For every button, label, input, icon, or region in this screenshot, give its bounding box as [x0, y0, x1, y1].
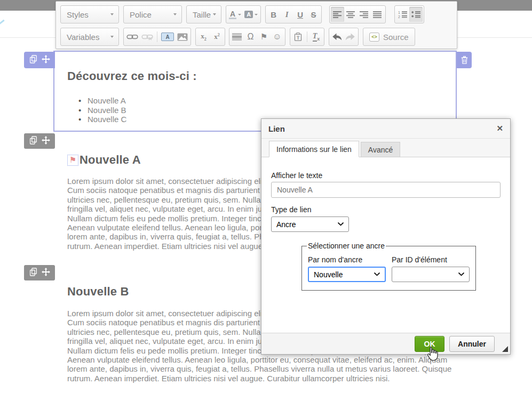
mouse-cursor-hand	[425, 346, 439, 364]
move-block-button[interactable]	[42, 136, 50, 147]
background-color-icon: A	[244, 11, 253, 18]
horizontal-rule-icon	[232, 33, 242, 41]
copy-icon	[29, 55, 37, 63]
align-left-button[interactable]	[331, 7, 344, 22]
bulleted-list-icon	[411, 11, 421, 18]
copy-block-button[interactable]	[29, 55, 37, 66]
smiley-icon: ☺	[273, 32, 281, 42]
superscript-icon: x2	[214, 33, 220, 41]
trash-icon	[461, 56, 468, 64]
text-color-button[interactable]: A	[227, 7, 243, 22]
strikethrough-button[interactable]: S	[307, 7, 320, 22]
align-left-icon	[333, 11, 342, 18]
link-button[interactable]	[125, 29, 140, 44]
tab-link-info[interactable]: Informations sur le lien	[269, 141, 359, 157]
basicstyles-group: B I U S	[265, 5, 322, 23]
font-combo-label: Police	[130, 10, 152, 19]
source-button-label: Source	[383, 33, 409, 42]
anchor-id-field: Par ID d'élément	[392, 255, 470, 282]
dialog-body: Afficher le texte Nouvelle A Type de lie…	[261, 157, 510, 291]
anchor-id-select[interactable]	[392, 267, 470, 282]
bold-button[interactable]: B	[267, 7, 280, 22]
size-combo-label: Taille	[193, 10, 211, 19]
redo-arrow-icon	[345, 33, 355, 41]
copy-block-button[interactable]	[29, 136, 37, 147]
move-block-button[interactable]	[42, 55, 50, 66]
source-button[interactable]: <> Source	[363, 28, 415, 46]
move-icon	[42, 268, 50, 276]
styles-combo[interactable]: Styles	[60, 5, 119, 23]
align-justify-icon	[373, 11, 382, 18]
anchor-name-select[interactable]: Nouvelle	[308, 267, 386, 282]
tab-advanced[interactable]: Avancé	[361, 142, 400, 157]
cancel-button[interactable]: Annuler	[449, 336, 495, 352]
block3-heading[interactable]: Nouvelle B	[67, 285, 129, 299]
display-text-input[interactable]: Nouvelle A	[271, 182, 501, 198]
paste-text-button[interactable]: T	[291, 29, 305, 44]
svg-text:T: T	[297, 35, 300, 41]
chevron-down-icon	[110, 13, 114, 15]
list-item[interactable]: Nouvelle B	[77, 106, 126, 115]
dialog-titlebar[interactable]: Lien ✕	[261, 119, 510, 139]
toolbar-row-2: Variables A x2 x2	[60, 27, 452, 47]
display-text-label: Afficher le texte	[271, 171, 501, 180]
underline-button[interactable]: U	[293, 7, 307, 22]
size-combo[interactable]: Taille	[186, 5, 221, 23]
anchor-flag-icon[interactable]: ⚑	[67, 155, 78, 166]
special-character-button[interactable]: Ω	[244, 29, 257, 44]
chevron-down-icon	[458, 272, 464, 276]
close-icon[interactable]: ✕	[496, 124, 503, 133]
superscript-button[interactable]: x2	[210, 29, 224, 44]
styles-combo-label: Styles	[67, 10, 89, 19]
align-right-button[interactable]	[358, 7, 371, 22]
link-type-select[interactable]: Ancre	[271, 216, 349, 232]
variables-combo[interactable]: Variables	[60, 28, 119, 46]
redo-button[interactable]	[344, 29, 357, 44]
smiley-button[interactable]: ☺	[271, 29, 284, 44]
remove-format-button[interactable]: T x	[309, 29, 323, 44]
list-item[interactable]: Nouvelle C	[77, 115, 126, 124]
list-item[interactable]: Nouvelle A	[77, 96, 126, 106]
variables-combo-label: Variables	[67, 33, 99, 42]
image-button[interactable]	[176, 29, 189, 44]
align-center-button[interactable]	[344, 7, 358, 22]
block2-heading[interactable]: Nouvelle A	[80, 153, 141, 167]
delete-block-button[interactable]	[457, 52, 472, 68]
strikethrough-icon: S	[311, 10, 316, 19]
anchor-field-button[interactable]: A	[160, 29, 176, 44]
dialog-tabs: Informations sur le lien Avancé	[261, 139, 510, 157]
move-block-button[interactable]	[42, 268, 50, 278]
align-center-icon	[346, 11, 355, 18]
undo-button[interactable]	[330, 29, 344, 44]
dialog-title: Lien	[268, 124, 285, 133]
background-color-button[interactable]: A	[243, 7, 259, 22]
toolbar-separator	[157, 31, 157, 42]
align-justify-button[interactable]	[371, 7, 384, 22]
chevron-down-icon	[238, 14, 241, 15]
chevron-down-icon	[213, 13, 216, 15]
undo-arrow-icon	[332, 33, 342, 41]
horizontal-rule-button[interactable]	[231, 29, 244, 44]
numbered-list-button[interactable]: 12	[396, 7, 409, 22]
block1-handle	[24, 52, 55, 68]
unlink-button[interactable]	[140, 29, 155, 44]
copy-icon	[29, 136, 37, 145]
block1-heading[interactable]: Découvrez ce mois-ci :	[67, 69, 197, 83]
anchor-name-value: Nouvelle	[314, 270, 343, 279]
font-combo[interactable]: Police	[123, 5, 182, 23]
copy-block-button[interactable]	[29, 268, 37, 278]
bulleted-list-button[interactable]	[409, 7, 423, 22]
link-icon	[126, 33, 138, 41]
italic-button[interactable]: I	[280, 7, 293, 22]
editor-toolbar: Styles Police Taille A A B I U S	[55, 1, 457, 49]
dialog-resize-handle[interactable]	[502, 346, 508, 352]
toolbar-row-1: Styles Police Taille A A B I U S	[60, 4, 452, 25]
chevron-down-icon	[110, 36, 114, 38]
align-right-icon	[360, 11, 369, 18]
subscript-button[interactable]: x2	[197, 29, 210, 44]
anchor-name-field: Par nom d'ancre Nouvelle	[308, 255, 386, 282]
dialog-footer: OK Annuler	[261, 333, 510, 354]
anchor-button[interactable]: ⚑	[257, 29, 271, 44]
unlink-icon	[141, 33, 153, 41]
move-icon	[42, 136, 50, 145]
